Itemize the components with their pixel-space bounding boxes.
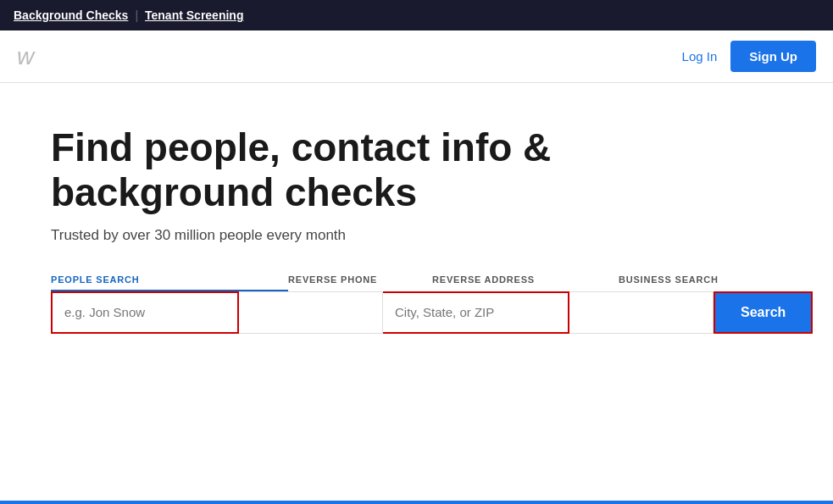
search-button[interactable]: Search	[714, 291, 813, 334]
background-checks-link[interactable]: Background Checks	[14, 8, 128, 22]
bottom-progress-bar	[0, 501, 833, 504]
search-inputs-row: Search	[51, 291, 782, 334]
tab-reverse-phone[interactable]: REVERSE PHONE	[288, 274, 432, 291]
header-actions: Log In Sign Up	[682, 41, 816, 72]
search-tabs: PEOPLE SEARCH REVERSE PHONE REVERSE ADDR…	[51, 274, 782, 291]
hero-section: Find people, contact info & background c…	[0, 83, 833, 368]
login-link[interactable]: Log In	[682, 49, 718, 64]
tab-business-search[interactable]: BUSINESS SEARCH	[619, 274, 763, 291]
business-input[interactable]	[569, 291, 714, 334]
phone-input[interactable]	[239, 291, 383, 334]
location-input[interactable]	[383, 291, 569, 334]
top-bar: Background Checks | Tenant Screening	[0, 0, 833, 30]
search-container: PEOPLE SEARCH REVERSE PHONE REVERSE ADDR…	[51, 274, 782, 334]
tab-people-search[interactable]: PEOPLE SEARCH	[51, 274, 288, 291]
hero-title: Find people, contact info & background c…	[51, 125, 559, 215]
signup-button[interactable]: Sign Up	[730, 41, 816, 72]
site-header: w Log In Sign Up	[0, 30, 833, 83]
name-input[interactable]	[51, 291, 239, 334]
nav-divider: |	[135, 8, 138, 22]
site-logo: w	[17, 43, 34, 70]
tenant-screening-link[interactable]: Tenant Screening	[145, 8, 243, 22]
hero-subtitle: Trusted by over 30 million people every …	[51, 227, 782, 244]
tab-reverse-address[interactable]: REVERSE ADDRESS	[432, 274, 619, 291]
